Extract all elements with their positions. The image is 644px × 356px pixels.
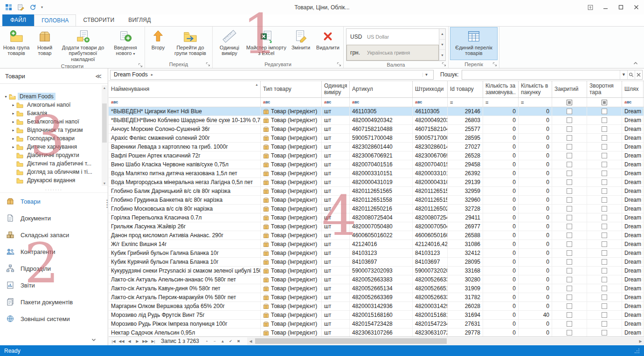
column-header[interactable]: Тип товару xyxy=(261,81,322,97)
closed-checkbox[interactable] xyxy=(567,224,572,229)
table-row[interactable]: Грильяж Ласунка Жайвір 26гТовар (Інгреді… xyxy=(109,222,644,231)
return-tare-checkbox[interactable] xyxy=(602,162,607,167)
table-row[interactable]: Вода Миргородська мінеральна негаз Лагід… xyxy=(109,178,644,187)
currency-option-uah[interactable]: грн.Українська гривня xyxy=(346,45,439,61)
excel-import-wizard-button[interactable]: Майстер імпорту з Excel xyxy=(245,27,288,60)
app-menu-button[interactable] xyxy=(3,2,14,13)
column-header[interactable]: Артикул xyxy=(350,81,413,97)
filter-checkbox[interactable] xyxy=(602,100,607,105)
navigator-button[interactable]: ✖ xyxy=(235,337,242,345)
closed-checkbox[interactable] xyxy=(567,312,572,318)
closed-checkbox[interactable] xyxy=(567,144,572,150)
column-header[interactable]: Найменування▲ xyxy=(109,81,261,97)
table-row[interactable]: Анчоус Морские Солоно-Сушений 36гТовар (… xyxy=(109,125,644,134)
table-row[interactable]: Морозиво лід Рудь Фрутсік Винт 75гТовар … xyxy=(109,311,644,320)
tab-create[interactable]: СТВОРИТИ xyxy=(76,14,121,26)
gallery-dropdown-icon[interactable]: ▼ xyxy=(439,50,445,61)
return-tare-checkbox[interactable] xyxy=(602,197,607,203)
navigator-button[interactable]: + xyxy=(203,337,211,345)
closed-checkbox[interactable] xyxy=(567,294,572,300)
filter-cell[interactable]: авс xyxy=(261,98,322,107)
table-row[interactable]: Кубик Курячий бульон Галина Бланка 10гТо… xyxy=(109,258,644,267)
units-of-measure-button[interactable]: Одиниці виміру xyxy=(214,27,245,60)
closed-checkbox[interactable] xyxy=(567,277,572,282)
chevron-down-icon[interactable] xyxy=(91,337,97,342)
path-dropdown-button[interactable]: ▼ xyxy=(422,73,430,77)
return-tare-checkbox[interactable] xyxy=(602,188,607,194)
ribbon-display-options-button[interactable] xyxy=(582,0,598,14)
closed-checkbox[interactable] xyxy=(567,126,572,132)
scroll-thumb[interactable] xyxy=(255,338,447,344)
navigator-button[interactable]: − xyxy=(211,337,219,345)
dialog-launcher-icon[interactable] xyxy=(337,62,341,67)
scroll-up-icon[interactable]: ▲ xyxy=(103,85,106,90)
table-row[interactable]: Нектар Садочок Апельсин 0,95лТовар (Інгр… xyxy=(109,329,644,336)
nav-item-document-packages[interactable]: Пакети документів xyxy=(0,294,108,310)
new-product-group-button[interactable]: Нова група товарів xyxy=(1,27,31,63)
table-row[interactable]: Маргарин Олком Вершкова здоба 65% 200гТо… xyxy=(109,302,644,311)
closed-checkbox[interactable] xyxy=(567,206,572,212)
filter-cell[interactable]: = xyxy=(483,98,519,107)
filter-checkbox[interactable] xyxy=(567,100,572,105)
minimize-button[interactable] xyxy=(598,0,613,14)
closed-checkbox[interactable] xyxy=(567,179,572,185)
column-header[interactable]: Закритий xyxy=(552,81,587,97)
dialog-launcher-icon[interactable] xyxy=(492,62,497,67)
scroll-down-icon[interactable]: ▼ xyxy=(103,181,106,186)
go-up-button[interactable]: Вгору xyxy=(146,27,170,60)
closed-checkbox[interactable] xyxy=(567,259,572,265)
closed-checkbox[interactable] xyxy=(567,321,572,327)
breadcrumb-arrow-icon[interactable]: ▸ xyxy=(151,72,153,77)
closed-checkbox[interactable] xyxy=(567,197,572,203)
close-button[interactable] xyxy=(629,0,644,14)
scroll-thumb[interactable] xyxy=(102,103,107,143)
closed-checkbox[interactable] xyxy=(567,286,572,291)
return-tare-checkbox[interactable] xyxy=(602,224,607,229)
navigator-button[interactable]: ◀◀ xyxy=(118,337,125,345)
tree-node-root[interactable]: ▾Dream Foods xyxy=(0,92,108,101)
column-header[interactable]: Одиниця виміру xyxy=(322,81,350,97)
nav-item-products[interactable]: Товари xyxy=(0,193,108,210)
table-row[interactable]: Лакто-сік Актуаль Апельсин-ананас 0% 580… xyxy=(109,275,644,284)
navigator-button[interactable]: ▶▶ xyxy=(141,337,149,345)
return-tare-checkbox[interactable] xyxy=(602,241,607,247)
return-tare-checkbox[interactable] xyxy=(602,153,607,158)
filter-cell[interactable]: авс xyxy=(413,98,448,107)
table-row[interactable]: Лакто-сік Актуаль Персик-маракуйя 0% 580… xyxy=(109,293,644,302)
ribbon-collapse-button[interactable] xyxy=(633,61,638,66)
closed-checkbox[interactable] xyxy=(567,188,572,194)
navigator-button[interactable]: |◀ xyxy=(110,337,118,345)
refresh-button[interactable] xyxy=(27,2,38,13)
closed-checkbox[interactable] xyxy=(567,162,572,167)
scroll-left-icon[interactable]: ◀ xyxy=(247,339,254,343)
sidebar-splitter[interactable]: ······· xyxy=(0,187,108,193)
expand-arrow-icon[interactable]: ▸ xyxy=(10,120,16,124)
scroll-right-icon[interactable]: ▶ xyxy=(637,339,644,343)
navigator-button[interactable]: ◀ xyxy=(125,337,133,345)
navigator-button[interactable]: ▲ xyxy=(219,337,227,345)
tab-view[interactable]: ВИГЛЯД xyxy=(121,14,158,26)
navigator-button[interactable]: ✔ xyxy=(227,337,235,345)
add-products-to-invoice-button[interactable]: Додати товари до прибуткової накладної xyxy=(58,27,108,63)
maximize-button[interactable] xyxy=(613,0,629,14)
nav-item-external-systems[interactable]: Зовнішні системи xyxy=(0,310,108,327)
closed-checkbox[interactable] xyxy=(567,171,572,176)
return-tare-checkbox[interactable] xyxy=(602,294,607,300)
filter-cell[interactable]: авс xyxy=(622,98,644,107)
goto-product-group-button[interactable]: Перейти до групи товарів xyxy=(170,27,211,60)
return-tare-checkbox[interactable] xyxy=(602,233,607,238)
expand-arrow-icon[interactable]: ▸ xyxy=(10,137,16,141)
table-row[interactable]: Глобино Балик Дарницький в/с с/в 80г нар… xyxy=(109,187,644,196)
table-row[interactable]: Морозиво Рудь Ріжок Імпреза полуниця 100… xyxy=(109,320,644,329)
table-row[interactable]: Глобино Московська в/с с/в 80г нарізкаТо… xyxy=(109,205,644,213)
return-tare-checkbox[interactable] xyxy=(602,321,607,327)
tab-home[interactable]: ГОЛОВНА xyxy=(34,14,76,26)
table-row[interactable]: Данон прод кисломол Активіа Ананас. 290г… xyxy=(109,231,644,240)
filter-cell[interactable] xyxy=(552,98,587,107)
table-row[interactable]: Лакто-сік Актуаль Кавун-диня 0% 580г пет… xyxy=(109,284,644,293)
search-input[interactable] xyxy=(462,70,620,79)
tree-node[interactable]: ▸Безалкогольні напої xyxy=(0,117,108,126)
column-header[interactable]: Зворотня тара xyxy=(587,81,622,97)
return-tare-checkbox[interactable] xyxy=(602,312,607,318)
scroll-track[interactable] xyxy=(254,337,637,345)
